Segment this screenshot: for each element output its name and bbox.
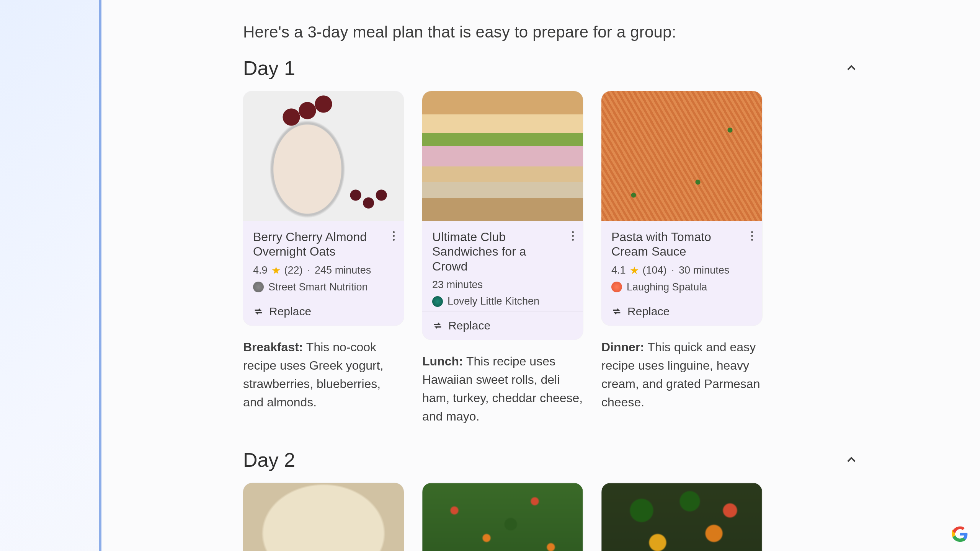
recipe-thumbnail [422, 91, 583, 221]
recipe-thumbnail [601, 483, 762, 551]
recipe-card[interactable] [601, 483, 762, 551]
recipe-time: 245 minutes [315, 264, 371, 276]
meal-column: Ultimate Club Sandwiches for a Crowd 23 … [422, 91, 583, 425]
recipe-card-body: Ultimate Club Sandwiches for a Crowd 23 … [422, 221, 583, 311]
recipe-time: 30 minutes [679, 264, 729, 276]
recipe-reviews: (104) [643, 264, 667, 276]
replace-label: Replace [448, 319, 490, 332]
more-options-icon[interactable] [570, 229, 576, 243]
source-name: Lovely Little Kitchen [448, 295, 539, 307]
recipe-card[interactable]: Ultimate Club Sandwiches for a Crowd 23 … [422, 91, 583, 340]
swap-icon [611, 306, 622, 317]
recipe-card[interactable]: Pasta with Tomato Cream Sauce 4.1 ★ (104… [601, 91, 762, 326]
content-area: Here's a 3-day meal plan that is easy to… [101, 0, 980, 551]
meal-column: Pasta with Tomato Cream Sauce 4.1 ★ (104… [601, 91, 762, 425]
recipe-thumbnail [243, 483, 404, 551]
star-icon: ★ [630, 264, 639, 277]
recipe-card[interactable] [243, 483, 404, 551]
replace-label: Replace [627, 305, 670, 318]
app-stage: Here's a 3-day meal plan that is easy to… [0, 0, 980, 551]
separator-dot [307, 264, 311, 276]
recipe-thumbnail [243, 91, 404, 221]
recipe-card[interactable]: Berry Cherry Almond Overnight Oats 4.9 ★… [243, 91, 404, 326]
recipe-source: Street Smart Nutrition [253, 281, 394, 293]
source-name: Laughing Spatula [627, 281, 707, 293]
recipe-meta: 4.1 ★ (104) 30 minutes [611, 264, 752, 277]
day2-cards [243, 483, 858, 551]
recipe-meta: 4.9 ★ (22) 245 minutes [253, 264, 394, 277]
meal-description: Lunch: This recipe uses Hawaiian sweet r… [422, 352, 583, 425]
more-options-icon[interactable] [749, 229, 755, 243]
meal-label: Lunch: [422, 354, 463, 368]
day-header[interactable]: Day 2 [243, 448, 858, 471]
swap-icon [432, 320, 443, 331]
recipe-source: Laughing Spatula [611, 281, 752, 293]
more-options-icon[interactable] [390, 229, 397, 243]
swap-icon [253, 306, 264, 317]
collapse-day-icon[interactable] [845, 454, 858, 466]
source-favicon [432, 296, 443, 307]
meal-column: Berry Cherry Almond Overnight Oats 4.9 ★… [243, 91, 404, 425]
main-panel: Here's a 3-day meal plan that is easy to… [101, 0, 980, 551]
recipe-card-body: Berry Cherry Almond Overnight Oats 4.9 ★… [243, 221, 404, 297]
recipe-source: Lovely Little Kitchen [432, 295, 573, 307]
collapse-day-icon[interactable] [845, 62, 858, 74]
recipe-meta: 23 minutes [432, 279, 573, 291]
source-favicon [253, 282, 264, 292]
recipe-thumbnail [601, 91, 762, 221]
meal-label: Dinner: [601, 340, 644, 354]
star-icon: ★ [271, 264, 281, 277]
replace-button[interactable]: Replace [422, 311, 583, 340]
recipe-title: Berry Cherry Almond Overnight Oats [253, 230, 382, 259]
meal-description: Breakfast: This no-cook recipe uses Gree… [243, 338, 404, 411]
recipe-title: Ultimate Club Sandwiches for a Crowd [432, 230, 562, 274]
recipe-reviews: (22) [284, 264, 303, 276]
replace-button[interactable]: Replace [601, 297, 762, 326]
google-logo-icon [952, 526, 969, 543]
recipe-title: Pasta with Tomato Cream Sauce [611, 230, 741, 259]
recipe-rating: 4.1 [611, 264, 626, 276]
day-header[interactable]: Day 1 [243, 57, 858, 80]
replace-button[interactable]: Replace [243, 297, 404, 326]
recipe-card-body: Pasta with Tomato Cream Sauce 4.1 ★ (104… [601, 221, 762, 297]
meal-description: Dinner: This quick and easy recipe uses … [601, 338, 762, 411]
day-title: Day 2 [243, 448, 295, 471]
recipe-thumbnail [422, 483, 583, 551]
recipe-rating: 4.9 [253, 264, 268, 276]
meal-label: Breakfast: [243, 340, 303, 354]
source-name: Street Smart Nutrition [268, 281, 368, 293]
recipe-time: 23 minutes [432, 279, 483, 291]
separator-dot [671, 264, 675, 276]
intro-text: Here's a 3-day meal plan that is easy to… [243, 23, 858, 41]
recipe-card[interactable] [422, 483, 583, 551]
day1-cards: Berry Cherry Almond Overnight Oats 4.9 ★… [243, 91, 858, 425]
replace-label: Replace [269, 305, 311, 318]
day-title: Day 1 [243, 57, 295, 80]
source-favicon [611, 282, 622, 292]
